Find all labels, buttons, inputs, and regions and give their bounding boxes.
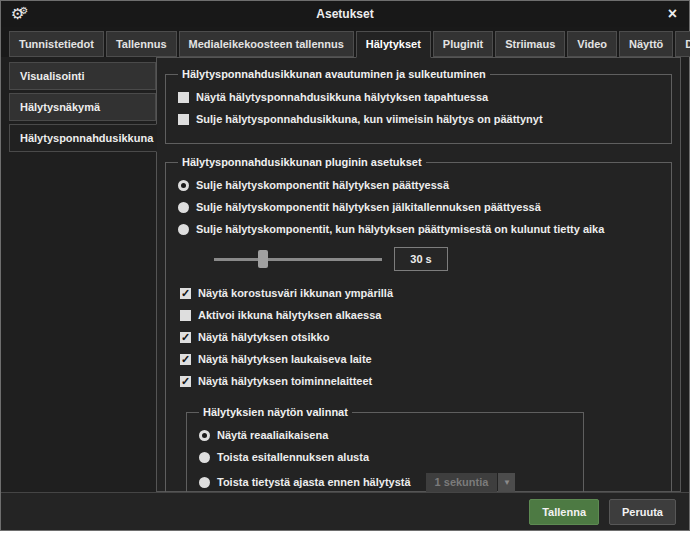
gear-icon-small: ⚙	[19, 5, 28, 16]
group-title: Hälytysponnahdusikkunan pluginin asetuks…	[178, 156, 426, 168]
alarm-display-radio-options: Näytä reaaliaikaisenaToista esitallennuk…	[197, 429, 573, 492]
titlebar: ⚙⚙ Asetukset ×	[1, 1, 689, 27]
window-title: Asetukset	[1, 7, 689, 21]
chevron-down-icon: ▼	[498, 473, 515, 492]
sidebar-item-halytysnakyma[interactable]: Hälytysnäkymä	[9, 93, 156, 121]
tab-naytto[interactable]: Näyttö	[619, 31, 673, 57]
group-alarm-display-options: Hälytyksien näytön valinnat Näytä reaali…	[186, 406, 584, 492]
tab-tallennus[interactable]: Tallennus	[106, 31, 177, 57]
radio-icon[interactable]	[178, 180, 189, 191]
radio-row-toista-tietysta-ajasta-ennen-halytysta[interactable]: Toista tietystä ajasta ennen hälytystä1 …	[199, 473, 573, 492]
radio-row-toista-esitallennuksen-alusta[interactable]: Toista esitallennuksen alusta	[199, 451, 573, 464]
checkbox-row-nayta-halytyksen-otsikko[interactable]: Näytä hälytyksen otsikko	[180, 331, 661, 344]
delay-slider-row: 30 s	[214, 245, 661, 273]
delay-value-field[interactable]: 30 s	[394, 247, 448, 271]
checkbox-row-aktivoi-ikkuna-halytyksen-alkaessa[interactable]: Aktivoi ikkuna hälytyksen alkaessa	[180, 309, 661, 322]
tab-medialeikekoosteen-tallennus[interactable]: Medialeikekoosteen tallennus	[179, 31, 354, 57]
radio-row-sulje-halytyskomponentit-halytyksen-paattyessa[interactable]: Sulje hälytyskomponentit hälytyksen päät…	[178, 179, 661, 192]
checkbox-label: Sulje hälytysponnahdusikkuna, kun viimei…	[196, 113, 543, 126]
group-title: Hälytysponnahdusikkunan avautuminen ja s…	[178, 68, 490, 80]
radio-icon[interactable]	[199, 477, 210, 488]
dialog-body: VisualisointiHälytysnäkymäHälytysponnahd…	[1, 57, 689, 492]
checkbox-icon[interactable]	[180, 376, 191, 387]
radio-label: Toista tietystä ajasta ennen hälytystä	[217, 476, 411, 489]
checkbox-label: Aktivoi ikkuna hälytyksen alkaessa	[198, 309, 381, 322]
checkbox-icon[interactable]	[178, 92, 189, 103]
checkbox-icon[interactable]	[180, 354, 191, 365]
popup-open-close-options: Näytä hälytysponnahdusikkuna hälytyksen …	[176, 91, 661, 126]
settings-window: ⚙⚙ Asetukset × TunnistetiedotTallennusMe…	[0, 0, 690, 531]
checkbox-icon[interactable]	[180, 310, 191, 321]
checkbox-label: Näytä hälytyksen laukaiseva laite	[198, 353, 372, 366]
radio-label: Sulje hälytyskomponentit hälytyksen päät…	[196, 179, 449, 192]
close-components-options: Sulje hälytyskomponentit hälytyksen päät…	[176, 179, 661, 236]
radio-icon[interactable]	[178, 202, 189, 213]
dropdown-value: 1 sekuntia	[426, 473, 498, 492]
save-button[interactable]: Tallenna	[529, 499, 599, 525]
slider-handle[interactable]	[258, 250, 268, 268]
display-options-checkboxes: Näytä korostusväri ikkunan ympärilläAkti…	[178, 287, 661, 388]
checkbox-row-nayta-halytyksen-toiminnelaitteet[interactable]: Näytä hälytyksen toiminnelaitteet	[180, 375, 661, 388]
tab-pluginit[interactable]: Pluginit	[433, 31, 493, 57]
content-panel: Hälytysponnahdusikkunan avautuminen ja s…	[156, 57, 681, 492]
checkbox-label: Näytä hälytysponnahdusikkuna hälytyksen …	[196, 91, 488, 104]
radio-label: Sulje hälytyskomponentit hälytyksen jälk…	[196, 201, 541, 214]
radio-label: Sulje hälytyskomponentit, kun hälytyksen…	[196, 223, 604, 236]
sidebar-item-visualisointi[interactable]: Visualisointi	[9, 62, 156, 90]
tab-striimaus[interactable]: Striimaus	[495, 31, 565, 57]
radio-label: Toista esitallennuksen alusta	[217, 451, 369, 464]
checkbox-label: Näytä hälytyksen otsikko	[198, 331, 329, 344]
sidebar: VisualisointiHälytysnäkymäHälytysponnahd…	[9, 57, 156, 492]
checkbox-label: Näytä korostusväri ikkunan ympärillä	[198, 287, 393, 300]
group-title: Hälytyksien näytön valinnat	[199, 406, 352, 418]
cancel-button[interactable]: Peruuta	[609, 499, 676, 525]
slider-track	[214, 258, 382, 261]
radio-row-sulje-halytyskomponentit-halytyksen-jalkitallennuksen-paattyessa[interactable]: Sulje hälytyskomponentit hälytyksen jälk…	[178, 201, 661, 214]
radio-label: Näytä reaaliaikaisena	[217, 429, 328, 442]
pretime-dropdown: 1 sekuntia▼	[426, 473, 516, 492]
radio-icon[interactable]	[199, 452, 210, 463]
tab-datavalimuisti[interactable]: Datavälimuisti	[675, 31, 690, 57]
delay-slider[interactable]	[214, 250, 382, 268]
checkbox-icon[interactable]	[178, 114, 189, 125]
tab-video[interactable]: Video	[567, 31, 617, 57]
close-icon[interactable]: ×	[666, 6, 679, 22]
tab-halytykset[interactable]: Hälytykset	[356, 31, 431, 58]
checkbox-row-nayta-halytyksen-laukaiseva-laite[interactable]: Näytä hälytyksen laukaiseva laite	[180, 353, 661, 366]
footer-bar: Tallenna Peruuta	[1, 492, 689, 530]
group-plugin-settings: Hälytysponnahdusikkunan pluginin asetuks…	[165, 156, 672, 492]
gear-icon: ⚙⚙	[11, 5, 33, 23]
tab-tunnistetiedot[interactable]: Tunnistetiedot	[9, 31, 104, 57]
radio-icon[interactable]	[199, 430, 210, 441]
checkbox-label: Näytä hälytyksen toiminnelaitteet	[198, 375, 372, 388]
radio-row-sulje-halytyskomponentit-kun-halytyksen-paattymisesta-on-kulunut-tietty-aika[interactable]: Sulje hälytyskomponentit, kun hälytyksen…	[178, 223, 661, 236]
group-popup-open-close: Hälytysponnahdusikkunan avautuminen ja s…	[165, 68, 672, 144]
tab-bar: TunnistetiedotTallennusMedialeikekoostee…	[1, 27, 689, 57]
radio-row-nayta-reaaliaikaisena[interactable]: Näytä reaaliaikaisena	[199, 429, 573, 442]
radio-icon[interactable]	[178, 224, 189, 235]
checkbox-icon[interactable]	[180, 288, 191, 299]
checkbox-row-nayta-halytysponnahdusikkuna-halytyksen-tapahtuessa[interactable]: Näytä hälytysponnahdusikkuna hälytyksen …	[178, 91, 661, 104]
checkbox-row-sulje-halytysponnahdusikkuna-kun-viimeisin-halytys-on-paattynyt[interactable]: Sulje hälytysponnahdusikkuna, kun viimei…	[178, 113, 661, 126]
checkbox-row-nayta-korostusvari-ikkunan-ymparilla[interactable]: Näytä korostusväri ikkunan ympärillä	[180, 287, 661, 300]
checkbox-icon[interactable]	[180, 332, 191, 343]
sidebar-item-halytysponnahdusikkuna[interactable]: Hälytysponnahdusikkuna	[9, 124, 157, 152]
